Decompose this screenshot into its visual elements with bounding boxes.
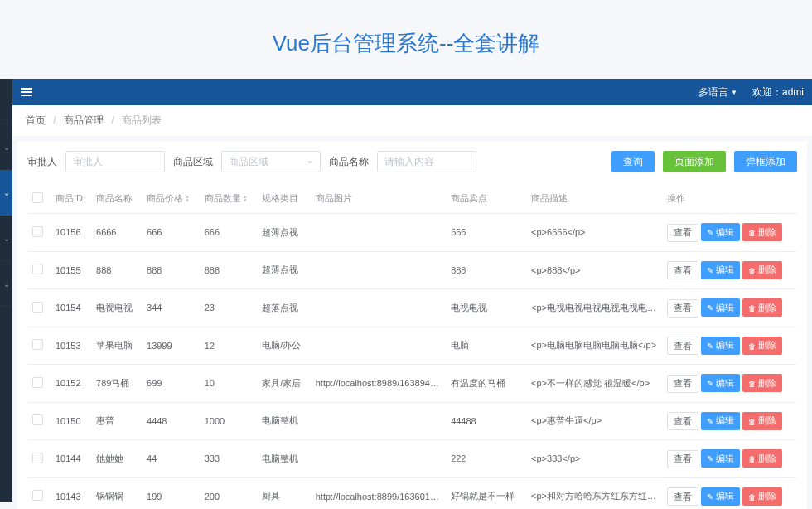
edit-button[interactable]: 编辑 (701, 412, 740, 430)
row-checkbox[interactable] (32, 414, 43, 425)
cell-desc: <p>不一样的感觉 很温暖</p> (526, 365, 661, 403)
page-title: Vue后台管理系统--全套讲解 (0, 0, 812, 79)
pencil-icon (707, 227, 713, 237)
breadcrumb-mgmt[interactable]: 商品管理 (64, 114, 104, 126)
table-row: 10150 惠普 4448 1000 电脑整机 44488 <p>惠普牛逼</p… (27, 402, 797, 440)
cell-id: 10144 (51, 440, 91, 478)
sidebar-item-2[interactable]: ⌄ (0, 170, 12, 216)
row-checkbox[interactable] (32, 264, 43, 274)
cell-img (311, 251, 446, 289)
cell-qty: 333 (200, 440, 258, 478)
trash-icon (748, 492, 756, 502)
delete-button[interactable]: 删除 (742, 374, 782, 392)
delete-button[interactable]: 删除 (742, 487, 782, 506)
add-page-button[interactable]: 页面添加 (663, 151, 726, 172)
edit-button[interactable]: 编辑 (701, 374, 740, 392)
table-row: 10143 锅锅锅 199 200 厨具 http://localhost:88… (27, 477, 797, 509)
cell-desc: <p>和对方哈哈东方红东方红东方红... (526, 477, 661, 509)
cell-img: http://localhost:8899/163601632... (311, 477, 446, 509)
view-button[interactable]: 查看 (667, 450, 698, 468)
sidebar-item-4[interactable]: ⌄ (0, 261, 12, 307)
user-welcome[interactable]: 欢迎：admi (752, 85, 804, 99)
edit-button[interactable]: 编辑 (701, 223, 740, 241)
cell-qty: 23 (200, 289, 258, 327)
sort-icon: ▲▼ (185, 195, 190, 203)
cell-name: 锅锅锅 (91, 477, 142, 509)
delete-button[interactable]: 删除 (742, 412, 782, 430)
language-selector[interactable]: 多语言▼ (698, 85, 737, 99)
cell-spec: 电脑整机 (257, 402, 310, 440)
delete-button[interactable]: 删除 (742, 223, 782, 241)
cell-price: 199 (142, 477, 200, 509)
table-row: 10152 789马桶 699 10 家具/家居 http://localhos… (27, 365, 797, 403)
trash-icon (748, 378, 756, 388)
view-button[interactable]: 查看 (667, 299, 698, 318)
cell-selling: 好锅就是不一样 (446, 477, 526, 509)
col-price[interactable]: 商品价格▲▼ (142, 184, 200, 214)
table-row: 10156 6666 666 666 超薄点视 666 <p>6666</p> … (27, 214, 797, 252)
filter-bar: 审批人 商品区域 商品名称 查询 页面添加 弹框添加 (27, 151, 797, 172)
pencil-icon (707, 378, 713, 388)
cell-qty: 200 (200, 477, 258, 509)
cell-spec: 电脑/办公 (257, 327, 310, 365)
cell-price: 666 (142, 214, 200, 252)
name-input[interactable] (377, 151, 476, 172)
cell-spec: 厨具 (257, 477, 310, 509)
edit-button[interactable]: 编辑 (701, 298, 740, 317)
cell-img (311, 402, 446, 440)
cell-selling: 电视电视 (446, 289, 526, 327)
region-select[interactable] (221, 151, 321, 172)
view-button[interactable]: 查看 (667, 412, 698, 430)
sidebar-item-3[interactable]: ⌄ (0, 216, 12, 261)
delete-button[interactable]: 删除 (742, 261, 782, 279)
select-all-checkbox[interactable] (32, 192, 43, 203)
cell-desc: <p>6666</p> (526, 214, 661, 252)
approver-input[interactable] (65, 151, 165, 172)
pencil-icon (707, 492, 713, 502)
delete-button[interactable]: 删除 (742, 298, 782, 317)
edit-button[interactable]: 编辑 (701, 487, 740, 506)
cell-price: 44 (142, 440, 200, 478)
hamburger-icon[interactable] (21, 88, 32, 96)
edit-button[interactable]: 编辑 (701, 337, 740, 355)
col-img: 商品图片 (311, 184, 446, 214)
cell-selling: 222 (446, 440, 526, 478)
cell-id: 10155 (51, 251, 91, 289)
breadcrumb-home[interactable]: 首页 (26, 114, 46, 126)
delete-button[interactable]: 删除 (742, 337, 782, 355)
delete-button[interactable]: 删除 (742, 449, 782, 468)
pencil-icon (707, 453, 713, 463)
row-checkbox[interactable] (32, 226, 43, 237)
query-button[interactable]: 查询 (611, 151, 655, 172)
view-button[interactable]: 查看 (667, 261, 698, 279)
cell-img: http://localhost:8989/163894728... (311, 365, 446, 403)
cell-selling: 44488 (446, 402, 526, 440)
edit-button[interactable]: 编辑 (701, 449, 740, 468)
sidebar-item-1[interactable]: ⌄ (0, 124, 12, 170)
edit-button[interactable]: 编辑 (701, 261, 740, 279)
row-checkbox[interactable] (32, 490, 43, 501)
view-button[interactable]: 查看 (667, 375, 698, 393)
row-checkbox[interactable] (32, 302, 43, 313)
row-checkbox[interactable] (32, 453, 43, 463)
approver-label: 审批人 (27, 155, 57, 169)
row-checkbox[interactable] (32, 339, 43, 350)
cell-price: 888 (142, 251, 200, 289)
col-qty[interactable]: 商品数量▲▼ (200, 184, 258, 214)
row-checkbox[interactable] (32, 377, 43, 388)
add-modal-button[interactable]: 弹框添加 (734, 151, 797, 172)
cell-name: 789马桶 (91, 365, 142, 403)
pencil-icon (707, 341, 713, 351)
cell-desc: <p>惠普牛逼</p> (526, 402, 661, 440)
view-button[interactable]: 查看 (667, 487, 698, 506)
cell-price: 699 (142, 365, 200, 403)
cell-desc: <p>333</p> (526, 440, 661, 478)
breadcrumb-current: 商品列表 (122, 114, 162, 126)
view-button[interactable]: 查看 (667, 337, 698, 355)
cell-price: 13999 (142, 327, 200, 365)
sidebar-item-0[interactable] (0, 79, 12, 124)
trash-icon (748, 341, 756, 351)
view-button[interactable]: 查看 (667, 224, 698, 242)
chevron-down-icon: ▼ (731, 89, 737, 96)
cell-img (311, 289, 446, 327)
